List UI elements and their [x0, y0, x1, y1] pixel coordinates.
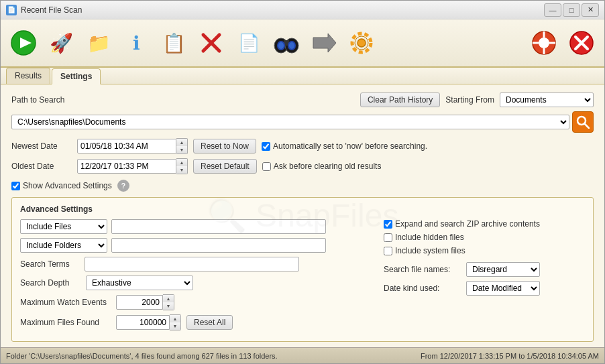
clear-path-history-button[interactable]: Clear Path History	[360, 93, 440, 107]
date-kind-select[interactable]: Date Modified Date Created Date Accessed	[466, 281, 540, 296]
delete-button[interactable]	[194, 25, 229, 60]
date-kind-label: Date kind used:	[384, 284, 461, 293]
info-button[interactable]: ℹ	[119, 25, 154, 60]
window-controls: — □ ✕	[544, 3, 599, 17]
include-hidden-checkbox[interactable]	[384, 233, 392, 242]
folder-button[interactable]: 📁	[81, 25, 116, 60]
expand-zip-label: Expand and search ZIP archive contents	[395, 219, 540, 229]
expand-zip-row[interactable]: Expand and search ZIP archive contents	[384, 219, 585, 229]
files-button[interactable]: 📄	[231, 25, 266, 60]
svg-point-10	[289, 42, 294, 49]
max-watch-input[interactable]	[116, 295, 163, 310]
help-button[interactable]	[527, 25, 561, 60]
auto-set-checkbox[interactable]	[262, 142, 270, 151]
newest-date-up[interactable]: ▲	[176, 139, 187, 146]
ask-before-clearing-checkbox[interactable]	[262, 162, 271, 171]
max-files-input[interactable]	[116, 315, 170, 330]
rocket-button[interactable]: 🚀	[44, 25, 78, 60]
reset-to-now-button[interactable]: Reset to Now	[193, 139, 256, 154]
minimize-button[interactable]: —	[544, 3, 561, 17]
search-depth-select[interactable]: Exhaustive Shallow Medium Deep	[86, 276, 193, 290]
auto-set-checkbox-row[interactable]: Automatically set to 'now' before search…	[262, 141, 427, 151]
include-system-checkbox[interactable]	[384, 247, 392, 255]
svg-marker-11	[313, 34, 336, 52]
advanced-settings-label: Advanced Settings	[20, 204, 585, 214]
title-bar: 📄 Recent File Scan — □ ✕	[1, 1, 604, 19]
svg-point-9	[278, 42, 284, 49]
include-system-row[interactable]: Include system files	[384, 246, 585, 255]
max-watch-label: Maximum Watch Events	[20, 298, 111, 307]
expand-zip-checkbox[interactable]	[384, 220, 392, 229]
include-system-label: Include system files	[395, 246, 465, 255]
oldest-date-input[interactable]	[77, 159, 176, 174]
max-files-down[interactable]: ▼	[170, 322, 180, 330]
advanced-settings-box: Advanced Settings Include Files Exclude …	[11, 197, 594, 342]
clipboard-button[interactable]: 📋	[156, 25, 191, 60]
tabs-bar: Results Settings	[1, 68, 604, 84]
svg-point-16	[539, 38, 549, 48]
close-button[interactable]: ✕	[582, 3, 599, 17]
path-input-combo[interactable]: C:\Users\snapfiles\Documents	[11, 115, 569, 129]
max-files-label: Maximum Files Found	[20, 318, 111, 327]
show-advanced-label: Show Advanced Settings	[23, 181, 112, 190]
window-title: Recent File Scan	[21, 5, 544, 15]
maximize-button[interactable]: □	[563, 3, 580, 17]
max-files-up[interactable]: ▲	[170, 315, 180, 322]
newest-date-down[interactable]: ▼	[176, 146, 187, 154]
right-options-panel: Expand and search ZIP archive contents I…	[384, 219, 585, 335]
starting-from-select[interactable]: Documents Desktop Downloads My Computer	[500, 93, 594, 107]
include-folders-select[interactable]: Include Folders Exclude Folders	[20, 238, 107, 253]
search-terms-label: Search Terms	[20, 259, 80, 269]
oldest-date-down[interactable]: ▼	[176, 166, 187, 174]
status-left: Folder 'C:\Users\snapfiles\Documents', 4…	[6, 352, 278, 360]
status-right: From 12/20/2017 1:33:15 PM to 1/5/2018 1…	[421, 352, 599, 360]
tab-results[interactable]: Results	[6, 68, 50, 84]
search-depth-label: Search Depth	[20, 278, 80, 288]
oldest-date-label: Oldest Date	[11, 162, 72, 171]
status-bar: Folder 'C:\Users\snapfiles\Documents', 4…	[1, 347, 604, 363]
max-watch-up[interactable]: ▲	[163, 295, 174, 302]
starting-from-label: Starting From	[445, 95, 494, 105]
search-file-names-label: Search file names:	[384, 265, 461, 274]
svg-point-12	[358, 39, 366, 47]
newest-date-label: Newest Date	[11, 141, 72, 151]
auto-set-label: Automatically set to 'now' before search…	[273, 141, 427, 151]
include-files-pattern-input[interactable]	[111, 219, 326, 234]
play-button[interactable]	[6, 25, 41, 60]
reset-all-button[interactable]: Reset All	[186, 315, 233, 330]
path-search-button[interactable]	[572, 111, 594, 133]
ask-before-clearing-row[interactable]: Ask before clearing old results	[262, 162, 382, 171]
include-folders-pattern-input[interactable]	[111, 238, 326, 253]
binoculars-button[interactable]	[269, 25, 304, 60]
app-icon: 📄	[6, 5, 17, 15]
path-label: Path to Search	[11, 95, 72, 105]
help-icon[interactable]: ?	[117, 180, 129, 192]
search-file-names-select[interactable]: Disregard Match Contains	[466, 262, 540, 277]
ask-before-clearing-label: Ask before clearing old results	[274, 162, 382, 171]
include-files-select[interactable]: Include Files Exclude Files	[20, 219, 107, 234]
include-hidden-row[interactable]: Include hidden files	[384, 233, 585, 242]
settings-panel: Path to Search Clear Path History Starti…	[1, 84, 604, 347]
reset-default-button[interactable]: Reset Default	[193, 159, 257, 174]
max-watch-down[interactable]: ▼	[163, 302, 174, 310]
exit-button[interactable]	[564, 25, 599, 60]
show-advanced-row[interactable]: Show Advanced Settings	[11, 181, 112, 190]
search-terms-input[interactable]	[85, 257, 299, 271]
show-advanced-checkbox[interactable]	[11, 182, 20, 190]
svg-line-25	[585, 124, 589, 128]
gear-button[interactable]	[344, 25, 379, 60]
arrow-right-button[interactable]	[307, 25, 341, 60]
toolbar: 🚀 📁 ℹ 📋 📄	[1, 19, 604, 68]
include-hidden-label: Include hidden files	[395, 233, 464, 242]
newest-date-input[interactable]	[77, 139, 176, 154]
oldest-date-up[interactable]: ▲	[176, 159, 187, 166]
tab-settings[interactable]: Settings	[52, 68, 101, 84]
